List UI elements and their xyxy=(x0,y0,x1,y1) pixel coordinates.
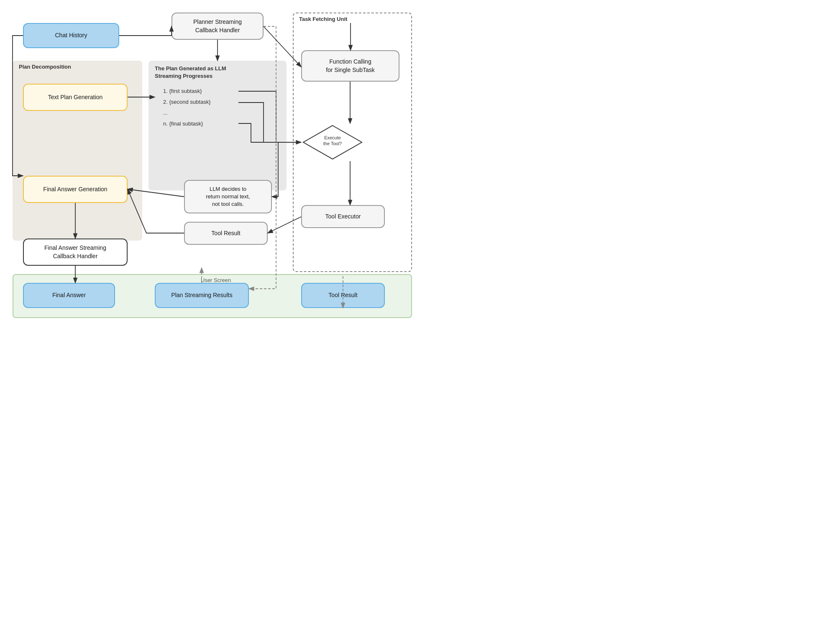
subtask-1: 1. {first subtask} xyxy=(163,86,210,97)
plan-decomposition-label: Plan Decomposition xyxy=(19,64,71,70)
svg-text:Execute: Execute xyxy=(324,135,341,140)
llm-normal-text-box: LLM decides to return normal text, not t… xyxy=(184,180,272,213)
subtask-2: 2. {second subtask} xyxy=(163,97,210,108)
subtask-n: n. {final subtask} xyxy=(163,118,210,129)
tool-result-user-box: Tool Result xyxy=(301,283,385,308)
subtask-list: 1. {first subtask} 2. {second subtask} .… xyxy=(163,86,210,129)
planner-callback-box: Planner Streaming Callback Handler xyxy=(171,13,264,40)
execute-tool-diamond: Execute the Tool? xyxy=(301,123,364,161)
final-answer-box: Final Answer xyxy=(23,283,115,308)
function-calling-box: Function Calling for Single SubTask xyxy=(301,50,399,82)
svg-text:the Tool?: the Tool? xyxy=(323,141,342,146)
tool-result-box: Tool Result xyxy=(184,222,268,245)
plan-generated-label: The Plan Generated as LLM Streaming Prog… xyxy=(155,65,226,80)
diagram: Plan Decomposition Task Fetching Unit Us… xyxy=(0,0,418,322)
plan-streaming-box: Plan Streaming Results xyxy=(155,283,249,308)
chat-history-box: Chat History xyxy=(23,23,119,48)
subtask-ellipsis: ... xyxy=(163,108,210,118)
text-plan-box: Text Plan Generation xyxy=(23,84,128,111)
user-screen-label: User Screen xyxy=(201,277,231,283)
final-answer-callback-box: Final Answer Streaming Callback Handler xyxy=(23,239,128,266)
final-answer-gen-box: Final Answer Generation xyxy=(23,176,128,203)
tool-executor-box: Tool Executor xyxy=(301,205,385,228)
task-fetching-label: Task Fetching Unit xyxy=(299,16,347,22)
